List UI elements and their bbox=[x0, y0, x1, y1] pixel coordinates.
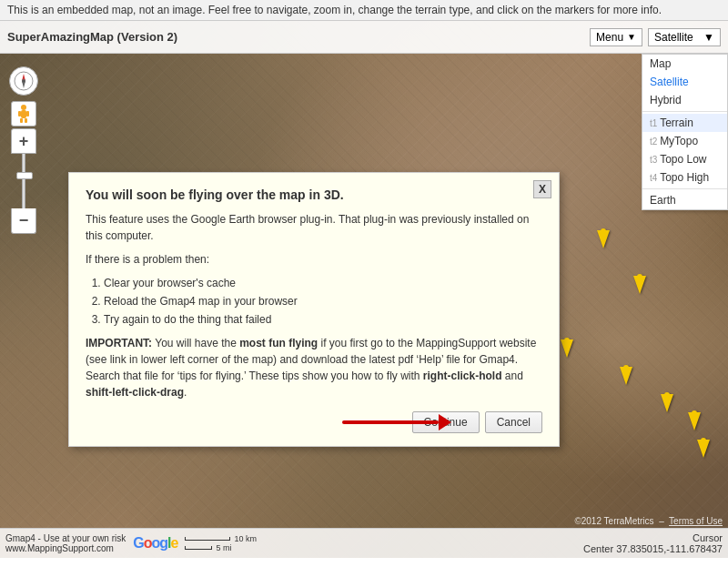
modal-paragraph1: This feature uses the Google Earth brows… bbox=[86, 211, 542, 244]
important-bold2: right-click-hold bbox=[423, 370, 502, 382]
cursor-label: Cursor bbox=[583, 532, 723, 543]
menu-dropdown[interactable]: Menu ▼ bbox=[590, 28, 642, 46]
map-pin-2[interactable] bbox=[633, 276, 646, 294]
cancel-button[interactable]: Cancel bbox=[485, 411, 542, 433]
svg-rect-7 bbox=[25, 118, 27, 123]
modal-close-button[interactable]: X bbox=[533, 180, 551, 198]
bottom-left-info: Gmap4 - Use at your own risk www.Mapping… bbox=[5, 533, 126, 553]
map-type-satellite-label: Satellite bbox=[650, 76, 689, 88]
important-bold: most fun flying bbox=[239, 337, 318, 349]
flight-modal: X You will soon be flying over the map i… bbox=[68, 172, 560, 447]
important-text3: and bbox=[502, 370, 523, 382]
menu-label: Menu bbox=[596, 31, 623, 44]
map-type-terrain-prefix: t1 bbox=[650, 118, 660, 128]
map-type-topolow-prefix: t3 bbox=[650, 155, 660, 165]
map-pin-1[interactable] bbox=[597, 230, 610, 248]
map-type-dropdown[interactable]: Satellite ▼ bbox=[648, 28, 721, 46]
menu-arrow-icon: ▼ bbox=[627, 32, 636, 42]
pegman-control[interactable] bbox=[11, 101, 36, 127]
svg-rect-5 bbox=[21, 110, 26, 118]
center-info: Center 37.835015,-111.678437 bbox=[583, 543, 723, 554]
map-type-mytopo[interactable]: t2 MyTopo bbox=[642, 132, 727, 150]
map-type-topohigh-prefix: t4 bbox=[650, 173, 660, 183]
map-container[interactable]: SuperAmazingMap (Version 2) Menu ▼ Satel… bbox=[0, 21, 728, 558]
terms-link[interactable]: Terms of Use bbox=[669, 516, 723, 526]
modal-title: You will soon be flying over the map in … bbox=[86, 187, 542, 202]
zoom-slider-thumb[interactable] bbox=[16, 172, 33, 179]
map-pin-7[interactable] bbox=[561, 339, 573, 358]
zoom-slider-track bbox=[22, 154, 25, 208]
info-bar: This is an embedded map, not an image. F… bbox=[0, 0, 728, 21]
info-text: This is an embedded map, not an image. F… bbox=[7, 4, 662, 16]
scale-mi: 5 mi bbox=[185, 543, 257, 552]
type-arrow-icon: ▼ bbox=[703, 31, 714, 44]
svg-rect-6 bbox=[20, 118, 23, 123]
svg-rect-8 bbox=[18, 111, 21, 116]
website-label: www.MappingSupport.com bbox=[5, 543, 126, 553]
scale-mi-label: 5 mi bbox=[216, 543, 231, 552]
map-type-hybrid-label: Hybrid bbox=[650, 94, 682, 106]
terms-label: Terms of Use bbox=[669, 516, 723, 526]
modal-step-3: Try again to do the thing that failed bbox=[104, 311, 542, 328]
panel-divider-2 bbox=[642, 188, 727, 189]
cursor-info: Cursor Center 37.835015,-111.678437 bbox=[583, 532, 723, 554]
google-logo: Google bbox=[133, 535, 177, 552]
scale-line-mi bbox=[185, 546, 212, 550]
left-controls: + − bbox=[9, 66, 38, 234]
map-type-terrain[interactable]: t1 Terrain bbox=[642, 114, 727, 132]
map-title: SuperAmazingMap (Version 2) bbox=[7, 30, 590, 44]
scale-km: 10 km bbox=[185, 534, 257, 543]
map-pin-5[interactable] bbox=[688, 412, 701, 430]
map-type-topohigh-label: Topo High bbox=[660, 171, 709, 184]
map-type-mytopo-label: MyTopo bbox=[660, 135, 698, 147]
map-pin-4[interactable] bbox=[661, 394, 673, 412]
map-pin-3[interactable] bbox=[620, 367, 632, 385]
map-type-panel: Map Satellite Hybrid t1 Terrain t2 MyTop… bbox=[642, 54, 728, 210]
map-type-earth[interactable]: Earth bbox=[642, 191, 727, 209]
zoom-out-button[interactable]: − bbox=[11, 208, 36, 234]
map-type-topolow-label: Topo Low bbox=[660, 153, 706, 166]
compass-icon bbox=[14, 71, 34, 91]
map-pin-6[interactable] bbox=[697, 440, 710, 458]
scale-line-km bbox=[185, 537, 230, 541]
svg-rect-9 bbox=[26, 111, 29, 116]
close-icon: X bbox=[539, 183, 546, 196]
red-arrow-head bbox=[439, 414, 451, 430]
map-type-terrain-label: Terrain bbox=[660, 116, 693, 129]
gmap-label: Gmap4 - Use at your own risk bbox=[5, 533, 126, 543]
map-type-hybrid[interactable]: Hybrid bbox=[642, 91, 727, 109]
map-header: SuperAmazingMap (Version 2) Menu ▼ Satel… bbox=[0, 21, 728, 54]
important-bold3: shift-left-click-drag bbox=[86, 386, 184, 399]
important-label: IMPORTANT: bbox=[86, 337, 152, 349]
scale-km-label: 10 km bbox=[234, 534, 257, 543]
important-text1: You will have the bbox=[152, 337, 239, 349]
pegman-icon bbox=[15, 104, 32, 124]
modal-footer: Continue Cancel bbox=[86, 411, 542, 433]
modal-if-problem: If there is a problem then: bbox=[86, 251, 542, 268]
modal-step-2: Reload the Gmap4 map in your browser bbox=[104, 293, 542, 309]
map-type-topohigh[interactable]: t4 Topo High bbox=[642, 168, 727, 187]
zoom-in-button[interactable]: + bbox=[11, 128, 36, 154]
map-type-map-label: Map bbox=[650, 57, 671, 70]
svg-point-3 bbox=[22, 79, 25, 83]
map-type-topolow[interactable]: t3 Topo Low bbox=[642, 150, 727, 168]
compass-control[interactable] bbox=[9, 66, 38, 96]
svg-point-4 bbox=[21, 105, 26, 110]
imagery-attribution: ©2012 TerraMetrics – Terms of Use bbox=[574, 516, 723, 526]
map-type-mytopo-prefix: t2 bbox=[650, 137, 660, 147]
red-arrow-line bbox=[342, 420, 439, 424]
center-label: Center bbox=[583, 543, 613, 554]
map-type-map[interactable]: Map bbox=[642, 55, 727, 73]
modal-steps-list: Clear your browser's cache Reload the Gm… bbox=[104, 275, 542, 328]
panel-divider-1 bbox=[642, 111, 727, 112]
modal-step-1: Clear your browser's cache bbox=[104, 275, 542, 291]
zoom-controls: + − bbox=[11, 128, 36, 234]
map-type-earth-label: Earth bbox=[650, 194, 676, 207]
modal-body: This feature uses the Google Earth brows… bbox=[86, 211, 542, 328]
scale-bar: 10 km 5 mi bbox=[185, 534, 257, 552]
important-text4: . bbox=[184, 386, 187, 399]
center-value: 37.835015,-111.678437 bbox=[616, 543, 723, 554]
bottom-bar: Gmap4 - Use at your own risk www.Mapping… bbox=[0, 528, 728, 558]
map-type-label: Satellite bbox=[654, 31, 693, 44]
map-type-satellite[interactable]: Satellite bbox=[642, 73, 727, 91]
